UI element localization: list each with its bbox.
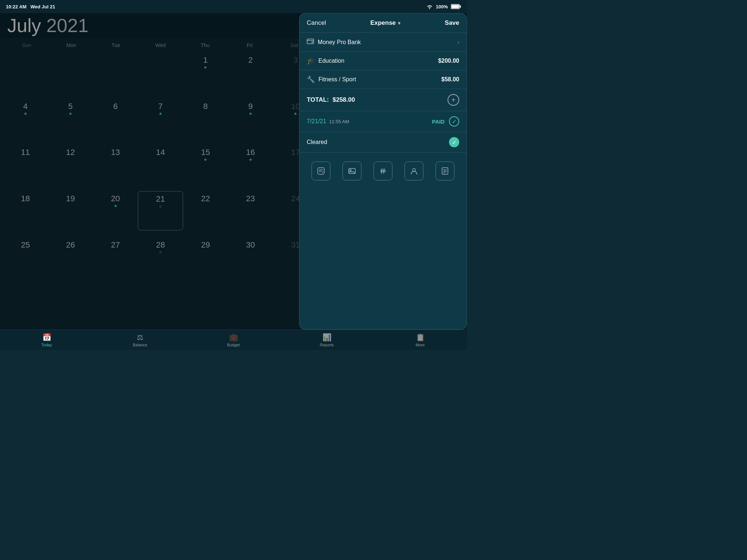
svg-rect-9 <box>318 168 324 174</box>
paid-label: PAID <box>432 118 445 125</box>
education-row-left: 🎓 Education <box>307 57 344 65</box>
battery-text: 100% <box>436 4 448 9</box>
reports-icon: 📊 <box>322 333 332 342</box>
battery-icon <box>451 4 461 9</box>
status-bar: 10:22 AM Wed Jul 21 100% <box>0 0 467 13</box>
add-category-button[interactable]: + <box>448 94 459 106</box>
account-chevron-icon: › <box>457 39 459 45</box>
svg-line-12 <box>382 168 382 174</box>
cleared-row[interactable]: Cleared ✓ <box>299 132 467 153</box>
person-icon-button[interactable] <box>405 162 423 180</box>
cleared-label: Cleared <box>307 139 327 145</box>
budget-icon: 💼 <box>229 333 238 342</box>
chevron-down-icon: ▾ <box>398 20 400 26</box>
nav-balance-label: Balance <box>133 343 147 347</box>
education-icon: 🎓 <box>307 57 315 65</box>
image-icon-button[interactable] <box>342 162 361 180</box>
wallet-icon <box>307 38 314 46</box>
today-icon: 📅 <box>42 333 51 342</box>
svg-point-16 <box>413 168 415 171</box>
modal-header: Cancel Expense ▾ Save <box>299 13 467 33</box>
transaction-time: 11:55 AM <box>329 119 349 124</box>
education-label: Education <box>318 58 344 64</box>
svg-rect-2 <box>452 5 459 8</box>
total-label: TOTAL: <box>307 96 329 104</box>
modal-type-label: Expense <box>370 19 396 27</box>
account-row-left: Money Pro Bank <box>307 38 361 46</box>
paid-check-icon[interactable]: ✓ <box>449 116 459 127</box>
account-label: Money Pro Bank <box>318 39 361 46</box>
bottom-nav: 📅 Today ⚖ Balance 💼 Budget 📊 Reports 📋 M… <box>0 330 467 350</box>
fitness-amount: $58.00 <box>441 76 459 83</box>
document-icon-button[interactable] <box>436 162 454 180</box>
education-row[interactable]: 🎓 Education $200.00 <box>299 52 467 70</box>
nav-more[interactable]: 📋 More <box>374 330 467 350</box>
status-time: 10:22 AM Wed Jul 21 <box>6 4 55 9</box>
svg-rect-1 <box>460 5 461 8</box>
total-amount: $258.00 <box>333 96 355 104</box>
save-button[interactable]: Save <box>445 19 459 27</box>
modal-type-selector[interactable]: Expense ▾ <box>370 19 400 27</box>
nav-reports[interactable]: 📊 Reports <box>280 330 374 350</box>
cancel-button[interactable]: Cancel <box>307 19 326 27</box>
fitness-row[interactable]: 🔧 Fitness / Sport $58.00 <box>299 70 467 89</box>
nav-today[interactable]: 📅 Today <box>0 330 93 350</box>
cleared-check-icon[interactable]: ✓ <box>449 137 459 147</box>
modal-panel: Cancel Expense ▾ Save Money Pro Bank › 🎓… <box>299 13 467 330</box>
fitness-label: Fitness / Sport <box>318 76 356 83</box>
fitness-row-left: 🔧 Fitness / Sport <box>307 75 356 83</box>
nav-reports-label: Reports <box>320 343 334 347</box>
svg-rect-7 <box>307 39 314 44</box>
modal-bottom-icons <box>299 154 467 188</box>
svg-rect-17 <box>442 168 448 174</box>
more-icon: 📋 <box>416 333 425 342</box>
fitness-icon: 🔧 <box>307 75 315 83</box>
status-right: 100% <box>426 4 461 9</box>
hashtag-icon-button[interactable] <box>374 162 392 180</box>
wifi-icon <box>426 4 433 9</box>
svg-line-13 <box>384 168 384 174</box>
nav-budget[interactable]: 💼 Budget <box>187 330 280 350</box>
nav-balance[interactable]: ⚖ Balance <box>93 330 187 350</box>
nav-today-label: Today <box>41 343 52 347</box>
note-icon-button[interactable] <box>311 162 330 180</box>
nav-more-label: More <box>415 343 425 347</box>
svg-rect-8 <box>311 42 313 43</box>
education-amount: $200.00 <box>438 58 459 64</box>
transaction-date: 7/21/21 <box>307 118 326 125</box>
nav-budget-label: Budget <box>227 343 240 347</box>
total-row: TOTAL: $258.00 + <box>299 89 467 111</box>
balance-icon: ⚖ <box>137 333 143 342</box>
account-row[interactable]: Money Pro Bank › <box>299 33 467 52</box>
date-paid-row[interactable]: 7/21/21 11:55 AM PAID ✓ <box>299 111 467 132</box>
